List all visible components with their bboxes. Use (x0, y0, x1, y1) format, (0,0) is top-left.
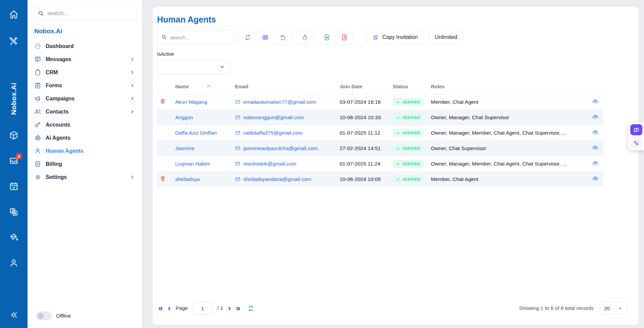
chevron-down-icon (618, 306, 623, 311)
content-card: Human Agents Copy Invitation (153, 7, 639, 325)
sidebar-item-messages[interactable]: Messages (34, 53, 137, 66)
join-date: 01-07-2025 11:12 (337, 125, 390, 141)
agent-email-link[interactable]: sheiladsyandana@gmail.com (243, 176, 311, 182)
check-icon (396, 162, 400, 166)
status-badge: VERIFIED (393, 129, 424, 137)
tools-icon[interactable] (9, 36, 19, 46)
unlimited-button[interactable]: Unlimited (429, 30, 464, 45)
column-name[interactable]: Name (172, 80, 232, 94)
table-row: Akun Magang emailautomation77@gmail.com … (157, 94, 603, 110)
sidebar-item-ai-agents[interactable]: Ai Agents (34, 131, 137, 144)
page-size-select[interactable]: 20 (600, 301, 627, 315)
agent-name-link[interactable]: Daffa Aziz Ghiffari (175, 130, 217, 136)
export-pdf-button[interactable] (336, 30, 353, 44)
cube-icon[interactable] (9, 130, 19, 140)
sidebar-item-contacts[interactable]: Contacts (34, 105, 137, 118)
prev-page-button[interactable]: ‹ (168, 304, 170, 312)
table-row: Anggun noboxanggun@gmail.com 10-06-2024 … (157, 110, 603, 125)
table-search[interactable] (157, 30, 234, 44)
ai-translate-button[interactable] (630, 137, 642, 148)
translate-icon[interactable] (9, 207, 19, 217)
agent-name-link[interactable]: Anggun (175, 114, 193, 120)
sidebar-item-crm[interactable]: CRM (34, 66, 137, 79)
copy-icon (373, 34, 379, 41)
isactive-select[interactable] (157, 59, 230, 74)
agent-email-link[interactable]: raditdaffa375@gmail.com (243, 130, 303, 136)
agent-roles: Member, Chat Agent (428, 94, 584, 110)
refresh-button[interactable] (239, 30, 256, 44)
table-search-input[interactable] (170, 35, 230, 40)
sidebar-search[interactable] (34, 6, 137, 21)
next-page-button[interactable]: › (228, 304, 231, 312)
manage-roles-icon[interactable] (592, 113, 599, 120)
undo-icon (279, 34, 286, 41)
sidebar-search-input[interactable] (47, 10, 132, 16)
sidebar-item-dashboard[interactable]: Dashboard (34, 40, 137, 53)
manage-roles-icon[interactable] (592, 129, 599, 136)
page-title: Human Agents (157, 15, 629, 25)
reset-button[interactable] (274, 30, 291, 44)
export-excel-button[interactable] (318, 30, 336, 44)
sidebar-item-human-agents[interactable]: Human Agents (34, 144, 137, 157)
agent-email-link[interactable]: emailautomation77@gmail.com (243, 99, 316, 105)
profile-icon[interactable] (9, 258, 19, 268)
column-roles: Roles (428, 80, 584, 94)
sidebar-item-settings[interactable]: Settings (34, 171, 137, 184)
sidebar-item-accounts[interactable]: Accounts (34, 118, 137, 131)
manage-roles-icon[interactable] (592, 160, 599, 167)
sidebar-item-billing[interactable]: Billing (34, 157, 137, 171)
check-icon (396, 100, 400, 104)
vertical-brand: Nobox.Ai (10, 83, 18, 115)
collapse-sidebar-icon[interactable] (9, 310, 19, 320)
paint-bucket-icon[interactable] (9, 232, 19, 242)
check-icon (396, 131, 400, 135)
contacts-icon (34, 108, 41, 115)
first-page-button[interactable]: « (158, 304, 163, 312)
inbox-badge: 8 (16, 153, 22, 159)
chat-icon (34, 56, 41, 63)
table-header-row: Name Email Join Date Status Roles (157, 80, 603, 94)
chevron-right-icon (130, 70, 135, 75)
agent-email-link[interactable]: jasmineaulyazulcha@gmail.com (243, 145, 318, 151)
icon-rail: Nobox.Ai 8 (0, 0, 28, 328)
join-date: 01-07-2025 11:24 (337, 156, 390, 172)
copy-invitation-button[interactable]: Copy Invitation (366, 30, 424, 45)
agent-name-link[interactable]: sheiladsya (175, 176, 200, 182)
manage-roles-icon[interactable] (592, 98, 599, 105)
agent-name-link[interactable]: Jasmine (175, 145, 195, 151)
clipboard-icon (34, 69, 41, 76)
page-input[interactable] (193, 302, 212, 315)
reload-table-icon[interactable] (247, 305, 254, 312)
manage-roles-icon[interactable] (592, 144, 599, 151)
agent-name-link[interactable]: Akun Magang (175, 99, 207, 105)
agent-name-link[interactable]: Luqman Hakim (175, 161, 210, 167)
chevron-right-icon (130, 109, 135, 114)
megaphone-icon (34, 95, 41, 102)
delete-icon[interactable] (160, 98, 166, 104)
excel-icon (324, 34, 331, 41)
product-tour-button[interactable] (630, 124, 642, 135)
agent-email-link[interactable]: noboxanggun@gmail.com (243, 114, 304, 121)
join-date: 03-07-2024 16:16 (337, 94, 390, 110)
manage-roles-icon[interactable] (592, 175, 599, 182)
inbox-icon[interactable]: 8 (9, 156, 19, 166)
status-badge: VERIFIED (393, 98, 424, 106)
envelope-icon (235, 99, 241, 105)
last-page-button[interactable]: » (236, 304, 240, 312)
table-row: sheiladsya sheiladsyandana@gmail.com 10-… (157, 172, 603, 187)
invoice-icon (34, 160, 41, 168)
column-status: Status (390, 80, 428, 94)
home-icon[interactable] (9, 9, 19, 19)
check-icon (396, 177, 400, 181)
table-view-button[interactable] (256, 30, 274, 44)
search-icon (161, 35, 167, 40)
timer-button[interactable] (296, 30, 313, 44)
sidebar-item-campaigns[interactable]: Campaigns (34, 92, 137, 105)
agent-email-link[interactable]: otonkodok@gmail.com (243, 161, 296, 167)
delete-icon[interactable] (160, 175, 166, 182)
sidebar-item-forms[interactable]: Forms (34, 79, 137, 92)
calendar-icon[interactable] (9, 181, 19, 191)
column-email: Email (232, 80, 337, 94)
offline-toggle[interactable] (36, 312, 52, 320)
sort-icon[interactable] (206, 84, 212, 89)
